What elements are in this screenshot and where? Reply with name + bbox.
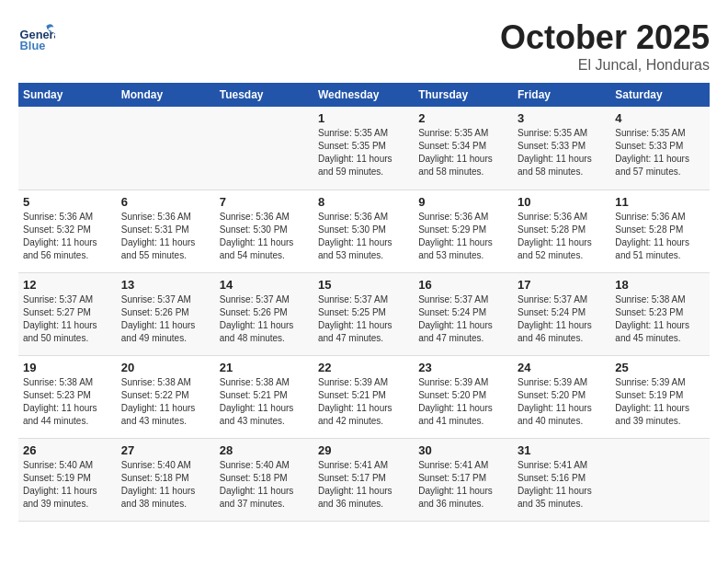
day-info: Sunrise: 5:35 AM Sunset: 5:33 PM Dayligh… xyxy=(615,127,705,178)
day-number: 16 xyxy=(418,278,508,292)
calendar-cell: 1Sunrise: 5:35 AM Sunset: 5:35 PM Daylig… xyxy=(313,107,414,190)
calendar-cell: 5Sunrise: 5:36 AM Sunset: 5:32 PM Daylig… xyxy=(18,190,117,272)
calendar-cell: 18Sunrise: 5:38 AM Sunset: 5:23 PM Dayli… xyxy=(610,272,710,355)
day-info: Sunrise: 5:36 AM Sunset: 5:31 PM Dayligh… xyxy=(121,211,210,262)
calendar-cell: 29Sunrise: 5:41 AM Sunset: 5:17 PM Dayli… xyxy=(313,438,414,521)
calendar-cell: 16Sunrise: 5:37 AM Sunset: 5:24 PM Dayli… xyxy=(414,272,513,355)
logo: General Blue xyxy=(18,18,60,55)
day-info: Sunrise: 5:40 AM Sunset: 5:19 PM Dayligh… xyxy=(23,459,112,511)
day-number: 19 xyxy=(23,361,112,374)
calendar-cell: 3Sunrise: 5:35 AM Sunset: 5:33 PM Daylig… xyxy=(513,107,610,190)
calendar-cell xyxy=(117,107,215,190)
day-number: 6 xyxy=(121,195,210,209)
calendar-cell: 27Sunrise: 5:40 AM Sunset: 5:18 PM Dayli… xyxy=(117,438,215,521)
header-wednesday: Wednesday xyxy=(313,83,414,107)
calendar-table: Sunday Monday Tuesday Wednesday Thursday… xyxy=(18,83,710,522)
header-monday: Monday xyxy=(117,83,215,107)
calendar-week-row: 1Sunrise: 5:35 AM Sunset: 5:35 PM Daylig… xyxy=(18,107,710,190)
day-info: Sunrise: 5:37 AM Sunset: 5:25 PM Dayligh… xyxy=(318,293,409,345)
calendar-week-row: 5Sunrise: 5:36 AM Sunset: 5:32 PM Daylig… xyxy=(18,190,710,272)
day-info: Sunrise: 5:37 AM Sunset: 5:27 PM Dayligh… xyxy=(23,293,112,345)
calendar-cell: 14Sunrise: 5:37 AM Sunset: 5:26 PM Dayli… xyxy=(215,272,313,355)
header-thursday: Thursday xyxy=(414,83,513,107)
page-title: October 2025 xyxy=(500,18,710,57)
day-info: Sunrise: 5:41 AM Sunset: 5:16 PM Dayligh… xyxy=(518,459,606,511)
calendar-cell: 2Sunrise: 5:35 AM Sunset: 5:34 PM Daylig… xyxy=(414,107,513,190)
title-block: October 2025 El Juncal, Honduras xyxy=(500,18,710,74)
day-number: 25 xyxy=(615,361,705,374)
day-number: 22 xyxy=(318,361,409,374)
day-info: Sunrise: 5:36 AM Sunset: 5:30 PM Dayligh… xyxy=(318,211,409,262)
day-number: 12 xyxy=(23,278,112,292)
calendar-cell: 22Sunrise: 5:39 AM Sunset: 5:21 PM Dayli… xyxy=(313,355,414,438)
day-info: Sunrise: 5:36 AM Sunset: 5:30 PM Dayligh… xyxy=(220,211,309,262)
day-number: 1 xyxy=(318,111,409,125)
day-info: Sunrise: 5:37 AM Sunset: 5:24 PM Dayligh… xyxy=(518,293,606,345)
calendar-cell: 19Sunrise: 5:38 AM Sunset: 5:23 PM Dayli… xyxy=(18,355,117,438)
day-info: Sunrise: 5:36 AM Sunset: 5:32 PM Dayligh… xyxy=(23,211,112,262)
day-info: Sunrise: 5:41 AM Sunset: 5:17 PM Dayligh… xyxy=(418,459,508,511)
calendar-cell: 31Sunrise: 5:41 AM Sunset: 5:16 PM Dayli… xyxy=(513,438,610,521)
day-number: 9 xyxy=(418,195,508,209)
day-info: Sunrise: 5:37 AM Sunset: 5:26 PM Dayligh… xyxy=(220,293,309,345)
calendar-week-row: 12Sunrise: 5:37 AM Sunset: 5:27 PM Dayli… xyxy=(18,272,710,355)
calendar-cell: 20Sunrise: 5:38 AM Sunset: 5:22 PM Dayli… xyxy=(117,355,215,438)
calendar-cell: 12Sunrise: 5:37 AM Sunset: 5:27 PM Dayli… xyxy=(18,272,117,355)
day-number: 8 xyxy=(318,195,409,209)
calendar-cell: 21Sunrise: 5:38 AM Sunset: 5:21 PM Dayli… xyxy=(215,355,313,438)
header-tuesday: Tuesday xyxy=(215,83,313,107)
day-number: 23 xyxy=(418,361,508,374)
day-info: Sunrise: 5:38 AM Sunset: 5:23 PM Dayligh… xyxy=(23,376,112,428)
day-number: 26 xyxy=(23,443,112,457)
day-number: 4 xyxy=(615,111,705,125)
day-info: Sunrise: 5:40 AM Sunset: 5:18 PM Dayligh… xyxy=(220,459,309,511)
day-info: Sunrise: 5:41 AM Sunset: 5:17 PM Dayligh… xyxy=(318,459,409,511)
calendar-week-row: 19Sunrise: 5:38 AM Sunset: 5:23 PM Dayli… xyxy=(18,355,710,438)
day-number: 10 xyxy=(518,195,606,209)
day-number: 21 xyxy=(220,361,309,374)
calendar-cell: 9Sunrise: 5:36 AM Sunset: 5:29 PM Daylig… xyxy=(414,190,513,272)
header-sunday: Sunday xyxy=(18,83,117,107)
day-info: Sunrise: 5:38 AM Sunset: 5:22 PM Dayligh… xyxy=(121,376,210,428)
day-number: 17 xyxy=(518,278,606,292)
calendar-cell xyxy=(215,107,313,190)
calendar-cell: 24Sunrise: 5:39 AM Sunset: 5:20 PM Dayli… xyxy=(513,355,610,438)
day-number: 13 xyxy=(121,278,210,292)
calendar-cell: 11Sunrise: 5:36 AM Sunset: 5:28 PM Dayli… xyxy=(610,190,710,272)
calendar-week-row: 26Sunrise: 5:40 AM Sunset: 5:19 PM Dayli… xyxy=(18,438,710,521)
day-number: 20 xyxy=(121,361,210,374)
calendar-cell: 17Sunrise: 5:37 AM Sunset: 5:24 PM Dayli… xyxy=(513,272,610,355)
day-number: 2 xyxy=(418,111,508,125)
day-info: Sunrise: 5:35 AM Sunset: 5:33 PM Dayligh… xyxy=(518,127,606,178)
day-info: Sunrise: 5:40 AM Sunset: 5:18 PM Dayligh… xyxy=(121,459,210,511)
day-info: Sunrise: 5:39 AM Sunset: 5:19 PM Dayligh… xyxy=(615,376,705,428)
day-info: Sunrise: 5:39 AM Sunset: 5:20 PM Dayligh… xyxy=(418,376,508,428)
day-info: Sunrise: 5:39 AM Sunset: 5:20 PM Dayligh… xyxy=(518,376,606,428)
day-info: Sunrise: 5:36 AM Sunset: 5:28 PM Dayligh… xyxy=(615,211,705,262)
day-info: Sunrise: 5:35 AM Sunset: 5:35 PM Dayligh… xyxy=(318,127,409,178)
day-info: Sunrise: 5:37 AM Sunset: 5:24 PM Dayligh… xyxy=(418,293,508,345)
day-number: 24 xyxy=(518,361,606,374)
header-friday: Friday xyxy=(513,83,610,107)
day-number: 14 xyxy=(220,278,309,292)
day-info: Sunrise: 5:35 AM Sunset: 5:34 PM Dayligh… xyxy=(418,127,508,178)
calendar-cell xyxy=(18,107,117,190)
logo-icon: General Blue xyxy=(18,18,55,55)
day-number: 5 xyxy=(23,195,112,209)
calendar-cell: 4Sunrise: 5:35 AM Sunset: 5:33 PM Daylig… xyxy=(610,107,710,190)
calendar-cell: 26Sunrise: 5:40 AM Sunset: 5:19 PM Dayli… xyxy=(18,438,117,521)
day-number: 28 xyxy=(220,443,309,457)
calendar-cell: 30Sunrise: 5:41 AM Sunset: 5:17 PM Dayli… xyxy=(414,438,513,521)
day-info: Sunrise: 5:36 AM Sunset: 5:29 PM Dayligh… xyxy=(418,211,508,262)
calendar-cell: 10Sunrise: 5:36 AM Sunset: 5:28 PM Dayli… xyxy=(513,190,610,272)
day-number: 27 xyxy=(121,443,210,457)
day-number: 30 xyxy=(418,443,508,457)
header-saturday: Saturday xyxy=(610,83,710,107)
page-subtitle: El Juncal, Honduras xyxy=(500,57,710,74)
calendar-cell: 28Sunrise: 5:40 AM Sunset: 5:18 PM Dayli… xyxy=(215,438,313,521)
calendar-cell: 25Sunrise: 5:39 AM Sunset: 5:19 PM Dayli… xyxy=(610,355,710,438)
calendar-cell: 6Sunrise: 5:36 AM Sunset: 5:31 PM Daylig… xyxy=(117,190,215,272)
weekday-header-row: Sunday Monday Tuesday Wednesday Thursday… xyxy=(18,83,710,107)
svg-text:Blue: Blue xyxy=(20,39,46,52)
day-number: 11 xyxy=(615,195,705,209)
